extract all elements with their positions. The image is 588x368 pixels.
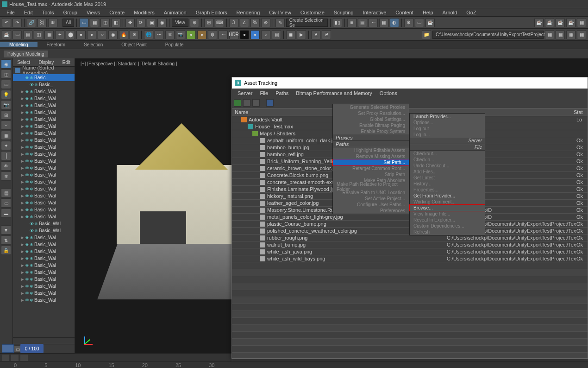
layer-button[interactable]: ▤ — [1, 188, 11, 197]
scene-row[interactable]: ▸👁❄ Basic_Wal — [13, 95, 75, 102]
scene-row[interactable]: ▸👁❄ Basic_Wal — [13, 255, 75, 262]
teapot-button[interactable]: ☕ — [2, 30, 11, 39]
wind-button[interactable]: 〜 — [155, 30, 164, 39]
shape-button[interactable]: ✦ — [55, 30, 64, 39]
asset-tracking-titlebar[interactable]: 3 Asset Tracking — [232, 77, 588, 89]
scene-row[interactable]: ▸👁❄ Basic_Wal — [13, 283, 75, 290]
scene-row[interactable]: ▸👁❄ Basic_Wal — [13, 262, 75, 269]
link-button[interactable]: 🔗 — [27, 18, 36, 27]
sphere4-button[interactable]: ◉ — [108, 30, 118, 39]
col-stat-header[interactable]: Stat — [574, 109, 588, 115]
view-3-button[interactable]: ▦ — [566, 30, 575, 39]
sphere3-button[interactable]: ○ — [98, 30, 107, 39]
scene-row[interactable]: ▸👁❄ Basic_Wal — [13, 116, 75, 123]
display-groups-icon[interactable]: ▦ — [1, 131, 11, 140]
at-menu-server[interactable]: Server — [234, 90, 256, 96]
snow-button[interactable]: ❄ — [165, 30, 175, 39]
sphere-green-button[interactable]: ● — [187, 30, 196, 39]
goz-2-button[interactable]: Ƶ — [322, 30, 331, 39]
menu-edit[interactable]: Edit — [19, 10, 38, 15]
scene-row[interactable]: ▸👁❄ Basic_Wal — [13, 269, 75, 276]
menu-arnold[interactable]: Arnold — [438, 10, 462, 15]
collapse-button[interactable]: ▬ — [1, 209, 11, 218]
scene-scrollbar[interactable] — [13, 337, 75, 344]
select-region-button[interactable]: ◫ — [100, 18, 110, 27]
frame-indicator[interactable]: 0 / 100 — [20, 344, 44, 353]
asset-row[interactable]: walnut_bump.jpgC:\Users\schockp\Document… — [232, 241, 588, 248]
menu-civil-view[interactable]: Civil View — [264, 10, 295, 15]
display-bone-icon[interactable]: ⎮ — [1, 151, 11, 160]
keyboard-button[interactable]: ⌨ — [215, 18, 224, 27]
ribbon-tab-object-paint[interactable]: Object Paint — [112, 42, 156, 47]
menu-help[interactable]: Help — [418, 10, 438, 15]
filter-button[interactable]: ▼ — [1, 225, 11, 235]
edit-named-sel-button[interactable]: ✎ — [275, 18, 285, 27]
note-button[interactable]: ♪ — [261, 30, 270, 39]
sphere1-button[interactable]: ● — [76, 30, 86, 39]
lock-button[interactable]: 🔒 — [1, 246, 11, 255]
scene-row[interactable]: ▸👁❄ Basic_Wal — [13, 290, 75, 297]
cyl-button[interactable]: ⬤ — [66, 30, 75, 39]
scene-row[interactable]: ▸👁❄ Basic_Wal — [13, 234, 75, 241]
asset-row[interactable]: white_ash_java.pngC:\Users\schockp\Docum… — [232, 248, 588, 255]
scene-row[interactable]: 👁❄ Basic_Wal — [13, 227, 75, 234]
scene-row[interactable]: ▸👁❄ Basic_Wal — [13, 158, 75, 165]
rotate-button[interactable]: ⟳ — [136, 18, 145, 27]
at-menu-options[interactable]: Options — [376, 90, 401, 96]
sun-button[interactable]: ☀ — [130, 30, 139, 39]
stack-button[interactable]: ▤ — [23, 30, 32, 39]
scene-row[interactable]: 👁❄ Basic_ — [13, 81, 75, 88]
ribbon-tab-selection[interactable]: Selection — [75, 42, 112, 47]
scene-row[interactable]: ▸👁❄ Basic_Wal — [13, 241, 75, 248]
scene-head-display[interactable]: Display — [38, 60, 54, 65]
unlink-button[interactable]: ⛓ — [38, 18, 47, 27]
blue-button[interactable]: ● — [250, 30, 260, 39]
tree-view-button[interactable] — [252, 99, 260, 107]
menu-scripting[interactable]: Scripting — [329, 10, 358, 15]
scene-row[interactable]: ▸👁❄ Basic_Wal — [13, 199, 75, 206]
filter-dropdown[interactable]: All — [63, 19, 74, 27]
teapot-4-icon[interactable]: ☕ — [566, 18, 575, 27]
ctx-item-set-path-[interactable]: Set Path... — [333, 159, 409, 165]
sphere-brown-button[interactable]: ● — [197, 30, 206, 39]
scene-row[interactable]: ▸👁❄ Basic_Wal — [13, 102, 75, 109]
percent-snap-button[interactable]: % — [250, 18, 260, 27]
scene-row[interactable]: ▸👁❄ Basic_Wal — [13, 248, 75, 255]
camera-button[interactable]: 📷 — [176, 30, 185, 39]
scene-row[interactable]: ▸👁❄ Basic_Wal — [13, 109, 75, 116]
menu-content[interactable]: Content — [391, 10, 418, 15]
hdri-button[interactable]: HDR — [229, 30, 238, 39]
menu-graph-editors[interactable]: Graph Editors — [191, 10, 232, 15]
spinner-snap-button[interactable]: ⊗ — [261, 18, 270, 27]
project-path-dropdown[interactable]: C:\Users\schockp\Documents\UnityExportTe… — [432, 31, 544, 39]
folder-button[interactable]: 📁 — [422, 30, 431, 39]
display-all-icon[interactable]: ◉ — [1, 59, 11, 69]
asset-row[interactable]: rubber_rough.pngC:\Users\schockp\Documen… — [232, 235, 588, 241]
display-lights-icon[interactable]: 💡 — [1, 90, 11, 99]
select-name-button[interactable]: ▦ — [90, 18, 99, 27]
teapot-2-icon[interactable]: ☕ — [545, 18, 554, 27]
teapot-3-icon[interactable]: ☕ — [556, 18, 565, 27]
view-1-button[interactable]: ▦ — [545, 30, 554, 39]
window-crossing-button[interactable]: ◧ — [111, 18, 120, 27]
angle-snap-button[interactable]: ∠ — [240, 18, 249, 27]
goz-button[interactable]: Ƶ — [311, 30, 320, 39]
menu-create[interactable]: Create — [105, 10, 129, 15]
grass-button[interactable]: ψ — [208, 30, 217, 39]
env-button[interactable]: 🌐 — [144, 30, 153, 39]
scene-sort-header[interactable]: Name (Sorted Ascending) — [13, 67, 75, 74]
scene-row[interactable]: ▸👁❄ Basic_Wal — [13, 185, 75, 192]
ribbon-tab-freeform[interactable]: Freeform — [38, 42, 75, 47]
at-menu-paths[interactable]: Paths — [272, 90, 292, 96]
select-object-button[interactable]: ▭ — [79, 18, 88, 27]
asset-row[interactable]: white_ash_wild_bays.pngC:\Users\schockp\… — [232, 255, 588, 262]
list-view-button[interactable] — [243, 99, 250, 107]
ctx-item-browse-[interactable]: Browse... — [410, 205, 485, 211]
key-mode-button[interactable] — [11, 355, 19, 361]
dark-button[interactable]: ◼ — [286, 30, 295, 39]
snap-button[interactable]: 3 — [229, 18, 238, 27]
pivot-button[interactable]: ⊕ — [190, 18, 199, 27]
display-frozen-icon[interactable]: ❄ — [1, 171, 11, 181]
menu-file[interactable]: File — [2, 10, 19, 15]
display-cameras-icon[interactable]: 📷 — [1, 100, 11, 109]
